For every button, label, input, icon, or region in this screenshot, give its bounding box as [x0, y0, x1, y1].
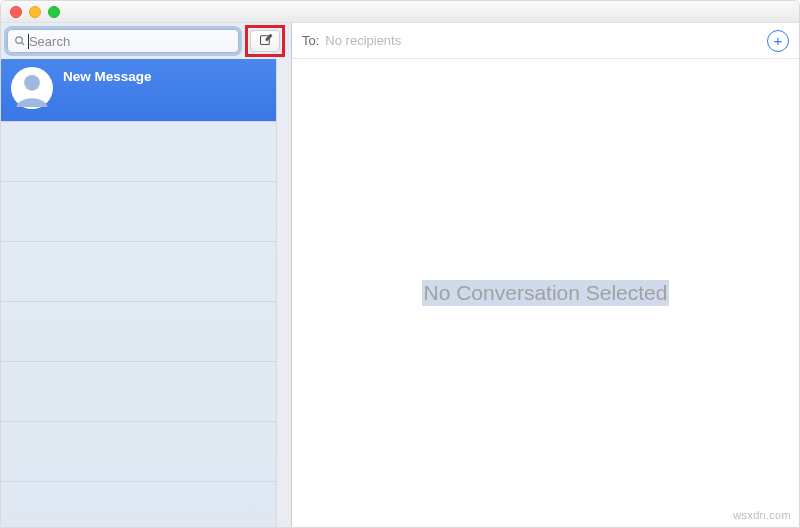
recipients-row: To: No recipients +: [292, 23, 799, 59]
svg-point-4: [24, 75, 40, 91]
sidebar-scrollbar[interactable]: [276, 59, 291, 527]
list-row-placeholder: [1, 361, 276, 421]
list-row-placeholder: [1, 481, 276, 527]
list-row-placeholder: [1, 301, 276, 361]
sidebar: New Message: [1, 23, 292, 527]
search-field[interactable]: [7, 29, 239, 53]
svg-line-1: [22, 43, 25, 46]
conversation-item[interactable]: New Message: [1, 59, 276, 121]
sidebar-content: New Message: [1, 59, 291, 527]
watermark: wsxdn.com: [733, 509, 791, 521]
messages-window: New Message To: No recipients +: [0, 0, 800, 528]
search-icon: [14, 35, 26, 47]
compose-new-message-button[interactable]: [250, 30, 280, 52]
main-pane: To: No recipients + No Conversation Sele…: [292, 23, 799, 527]
conversation-area: No Conversation Selected: [292, 59, 799, 527]
window-titlebar: [1, 1, 799, 23]
recipients-input[interactable]: No recipients: [325, 33, 761, 48]
compose-icon: [258, 32, 273, 51]
avatar-icon: [11, 67, 53, 109]
highlight-annotation: [245, 25, 285, 57]
sidebar-toolbar: [1, 23, 291, 59]
list-row-placeholder: [1, 421, 276, 481]
plus-icon: +: [774, 33, 783, 48]
add-recipient-button[interactable]: +: [767, 30, 789, 52]
search-input[interactable]: [29, 34, 232, 49]
conversation-list: New Message: [1, 59, 276, 527]
window-body: New Message To: No recipients +: [1, 23, 799, 527]
list-row-placeholder: [1, 241, 276, 301]
close-window-button[interactable]: [10, 6, 22, 18]
to-label: To:: [302, 33, 319, 48]
fullscreen-window-button[interactable]: [48, 6, 60, 18]
list-row-placeholder: [1, 181, 276, 241]
conversation-title: New Message: [63, 69, 152, 84]
minimize-window-button[interactable]: [29, 6, 41, 18]
svg-point-0: [16, 37, 23, 44]
empty-state-text: No Conversation Selected: [422, 280, 670, 306]
list-row-placeholder: [1, 121, 276, 181]
